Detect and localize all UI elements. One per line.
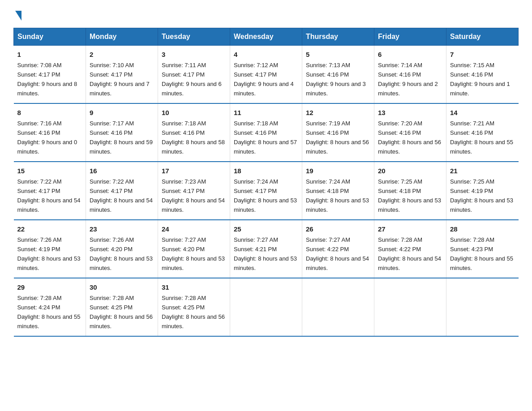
day-number: 11 (234, 107, 298, 118)
day-number: 3 (162, 49, 226, 60)
calendar-cell: 5Sunrise: 7:13 AMSunset: 4:16 PMDaylight… (302, 46, 374, 103)
calendar-cell: 2Sunrise: 7:10 AMSunset: 4:17 PMDaylight… (86, 46, 158, 103)
calendar-cell: 29Sunrise: 7:28 AMSunset: 4:24 PMDayligh… (14, 278, 86, 336)
day-info: Sunrise: 7:25 AMSunset: 4:19 PMDaylight:… (450, 178, 513, 213)
calendar-week-5: 29Sunrise: 7:28 AMSunset: 4:24 PMDayligh… (14, 278, 519, 336)
day-number: 24 (162, 224, 226, 234)
calendar-cell (374, 278, 446, 336)
calendar-cell: 8Sunrise: 7:16 AMSunset: 4:16 PMDaylight… (14, 103, 86, 162)
calendar-cell: 14Sunrise: 7:21 AMSunset: 4:16 PMDayligh… (446, 103, 519, 162)
day-number: 28 (450, 224, 515, 234)
calendar-cell: 7Sunrise: 7:15 AMSunset: 4:16 PMDaylight… (446, 46, 519, 103)
day-number: 8 (17, 107, 82, 118)
day-number: 22 (17, 224, 82, 234)
calendar-cell: 1Sunrise: 7:08 AMSunset: 4:17 PMDaylight… (14, 46, 86, 103)
day-info: Sunrise: 7:21 AMSunset: 4:16 PMDaylight:… (450, 120, 513, 155)
day-number: 5 (306, 49, 370, 60)
day-number: 30 (90, 282, 154, 292)
day-number: 26 (306, 224, 370, 234)
calendar-cell: 28Sunrise: 7:28 AMSunset: 4:23 PMDayligh… (446, 220, 519, 278)
calendar-cell: 6Sunrise: 7:14 AMSunset: 4:16 PMDaylight… (374, 46, 446, 103)
weekday-header-thursday: Thursday (302, 28, 374, 46)
day-number: 25 (234, 224, 298, 234)
day-number: 15 (17, 166, 82, 176)
day-info: Sunrise: 7:28 AMSunset: 4:23 PMDaylight:… (450, 236, 513, 271)
day-info: Sunrise: 7:26 AMSunset: 4:19 PMDaylight:… (17, 236, 81, 271)
calendar-cell: 27Sunrise: 7:28 AMSunset: 4:22 PMDayligh… (374, 220, 446, 278)
calendar-cell: 9Sunrise: 7:17 AMSunset: 4:16 PMDaylight… (86, 103, 158, 162)
day-number: 19 (306, 166, 370, 176)
calendar-week-3: 15Sunrise: 7:22 AMSunset: 4:17 PMDayligh… (14, 162, 519, 220)
day-number: 21 (450, 166, 515, 176)
calendar-cell (302, 278, 374, 336)
day-info: Sunrise: 7:28 AMSunset: 4:24 PMDaylight:… (17, 295, 81, 330)
day-number: 10 (162, 107, 226, 118)
weekday-header-saturday: Saturday (446, 28, 519, 46)
calendar-cell: 30Sunrise: 7:28 AMSunset: 4:25 PMDayligh… (86, 278, 158, 336)
weekday-header-row: SundayMondayTuesdayWednesdayThursdayFrid… (14, 28, 519, 46)
calendar-table: SundayMondayTuesdayWednesdayThursdayFrid… (13, 28, 519, 337)
calendar-cell: 11Sunrise: 7:18 AMSunset: 4:16 PMDayligh… (230, 103, 302, 162)
weekday-header-friday: Friday (374, 28, 446, 46)
calendar-cell: 25Sunrise: 7:27 AMSunset: 4:21 PMDayligh… (230, 220, 302, 278)
day-info: Sunrise: 7:08 AMSunset: 4:17 PMDaylight:… (17, 62, 77, 97)
calendar-cell: 4Sunrise: 7:12 AMSunset: 4:17 PMDaylight… (230, 46, 302, 103)
calendar-cell: 13Sunrise: 7:20 AMSunset: 4:16 PMDayligh… (374, 103, 446, 162)
day-number: 13 (378, 107, 442, 118)
weekday-header-tuesday: Tuesday (158, 28, 230, 46)
logo (13, 9, 21, 19)
weekday-header-monday: Monday (86, 28, 158, 46)
calendar-cell: 3Sunrise: 7:11 AMSunset: 4:17 PMDaylight… (158, 46, 230, 103)
day-info: Sunrise: 7:19 AMSunset: 4:16 PMDaylight:… (306, 120, 369, 155)
day-number: 12 (306, 107, 370, 118)
calendar-cell: 18Sunrise: 7:24 AMSunset: 4:17 PMDayligh… (230, 162, 302, 220)
day-info: Sunrise: 7:20 AMSunset: 4:16 PMDaylight:… (378, 120, 441, 155)
calendar-cell: 16Sunrise: 7:22 AMSunset: 4:17 PMDayligh… (86, 162, 158, 220)
day-number: 16 (90, 166, 154, 176)
calendar-cell: 20Sunrise: 7:25 AMSunset: 4:18 PMDayligh… (374, 162, 446, 220)
calendar-week-1: 1Sunrise: 7:08 AMSunset: 4:17 PMDaylight… (14, 46, 519, 103)
day-number: 4 (234, 49, 298, 60)
calendar-cell: 23Sunrise: 7:26 AMSunset: 4:20 PMDayligh… (86, 220, 158, 278)
calendar-cell (446, 278, 519, 336)
logo-arrow-icon (15, 11, 21, 21)
day-number: 14 (450, 107, 515, 118)
day-number: 1 (17, 49, 82, 60)
day-number: 23 (90, 224, 154, 234)
day-number: 9 (90, 107, 154, 118)
day-info: Sunrise: 7:27 AMSunset: 4:22 PMDaylight:… (306, 236, 369, 271)
weekday-header-sunday: Sunday (14, 28, 86, 46)
calendar-cell: 10Sunrise: 7:18 AMSunset: 4:16 PMDayligh… (158, 103, 230, 162)
page-header (13, 9, 519, 19)
day-number: 31 (162, 282, 226, 292)
day-number: 27 (378, 224, 442, 234)
day-number: 6 (378, 49, 442, 60)
calendar-cell: 31Sunrise: 7:28 AMSunset: 4:25 PMDayligh… (158, 278, 230, 336)
day-info: Sunrise: 7:11 AMSunset: 4:17 PMDaylight:… (162, 62, 222, 97)
calendar-cell: 15Sunrise: 7:22 AMSunset: 4:17 PMDayligh… (14, 162, 86, 220)
day-info: Sunrise: 7:14 AMSunset: 4:16 PMDaylight:… (378, 62, 438, 97)
day-info: Sunrise: 7:25 AMSunset: 4:18 PMDaylight:… (378, 178, 441, 213)
day-info: Sunrise: 7:13 AMSunset: 4:16 PMDaylight:… (306, 62, 366, 97)
calendar-week-2: 8Sunrise: 7:16 AMSunset: 4:16 PMDaylight… (14, 103, 519, 162)
day-info: Sunrise: 7:28 AMSunset: 4:25 PMDaylight:… (162, 295, 225, 330)
day-info: Sunrise: 7:28 AMSunset: 4:22 PMDaylight:… (378, 236, 441, 271)
calendar-cell: 22Sunrise: 7:26 AMSunset: 4:19 PMDayligh… (14, 220, 86, 278)
day-info: Sunrise: 7:22 AMSunset: 4:17 PMDaylight:… (90, 178, 153, 213)
calendar-cell: 19Sunrise: 7:24 AMSunset: 4:18 PMDayligh… (302, 162, 374, 220)
day-info: Sunrise: 7:18 AMSunset: 4:16 PMDaylight:… (234, 120, 297, 155)
calendar-cell (230, 278, 302, 336)
day-info: Sunrise: 7:24 AMSunset: 4:17 PMDaylight:… (234, 178, 297, 213)
day-number: 7 (450, 49, 515, 60)
calendar-cell: 26Sunrise: 7:27 AMSunset: 4:22 PMDayligh… (302, 220, 374, 278)
day-info: Sunrise: 7:12 AMSunset: 4:17 PMDaylight:… (234, 62, 294, 97)
weekday-header-wednesday: Wednesday (230, 28, 302, 46)
day-number: 20 (378, 166, 442, 176)
calendar-week-4: 22Sunrise: 7:26 AMSunset: 4:19 PMDayligh… (14, 220, 519, 278)
day-info: Sunrise: 7:24 AMSunset: 4:18 PMDaylight:… (306, 178, 369, 213)
day-number: 29 (17, 282, 82, 292)
day-number: 2 (90, 49, 154, 60)
logo-top (13, 9, 21, 21)
day-info: Sunrise: 7:18 AMSunset: 4:16 PMDaylight:… (162, 120, 225, 155)
day-number: 17 (162, 166, 226, 176)
